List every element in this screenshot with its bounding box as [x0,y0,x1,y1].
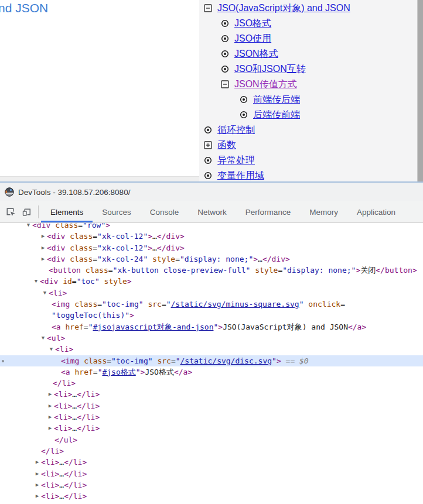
dom-tree-node[interactable]: ▶<li>…</li> [0,457,423,468]
code-segment: = [84,323,88,331]
code-segment: "toggleToc(this)" [52,311,129,320]
dom-tree: ▼<div class="row">▶<div class="xk-col-12… [0,223,423,502]
code-segment: <li> [41,481,59,489]
minus-square-icon[interactable] [204,4,212,12]
tab-sources[interactable]: Sources [93,201,141,222]
toc-link[interactable]: JSO使用 [234,33,271,45]
toc-link[interactable]: JSON格式 [234,48,278,60]
toc-item: 函数 [204,139,236,152]
dom-tree-node[interactable]: ▶<div class="xk-col-12">…</div> [0,231,423,242]
dom-tree-node[interactable]: ▶<li>…</li> [0,400,423,412]
dom-tree-node[interactable]: ▶<li>…</li> [0,423,423,434]
expand-arrow-icon[interactable]: ▶ [46,412,54,423]
toc-link[interactable]: 函数 [217,139,236,152]
toc-link[interactable]: JSO格式 [234,18,271,30]
code-segment [70,300,74,308]
expand-arrow-icon[interactable]: ▶ [46,389,54,400]
tab-elements[interactable]: Elements [41,201,93,222]
dom-tree-node[interactable]: <a href="#jso格式">JSO格式</a> [0,366,423,378]
code-segment: … [72,390,77,399]
tab-memory[interactable]: Memory [300,201,347,222]
dom-tree-node[interactable]: ▶<div class="xk-col-24" style="display: … [0,253,423,265]
dom-tree-node[interactable]: "toggleToc(this)"> [0,310,423,321]
code-segment: </div> [262,255,290,263]
expand-arrow-icon[interactable]: ▶ [39,231,47,242]
code-segment: <li> [41,492,59,500]
dom-tree-node[interactable]: ▶<li>…</li> [0,468,423,479]
tab-application[interactable]: Application [347,201,405,222]
toc-link[interactable]: JSO(JavaScript对象) and JSON [217,2,350,15]
toc-link[interactable]: 异常处理 [217,155,255,167]
code-segment: … [258,255,262,263]
dom-tree-node[interactable]: ▶<li>…</li> [0,491,423,502]
inspect-element-icon[interactable] [2,201,19,222]
dom-tree-node[interactable]: ▶<li>…</li> [0,389,423,400]
tab-performance[interactable]: Performance [236,201,300,222]
expand-arrow-icon[interactable]: ▶ [33,457,41,468]
collapse-arrow-icon[interactable]: ▼ [32,276,40,287]
code-segment: " [176,356,180,365]
dom-tree-node[interactable]: <img class="toc-img" src="/static/svg/mi… [0,299,423,310]
tab-console[interactable]: Console [141,201,189,222]
dom-tree-node[interactable]: ▼<li> [0,344,423,355]
disc-icon [204,156,212,164]
toc-link[interactable]: 变量作用域 [217,170,264,182]
dom-tree-node[interactable]: ▼<div class="row"> [0,223,423,231]
toggle-device-toolbar-icon[interactable] [19,201,35,222]
code-segment: href [65,323,83,331]
code-segment: … [152,232,157,241]
collapse-arrow-icon[interactable]: ▼ [41,287,49,299]
dom-tree-node[interactable]: <button class="xk-button close-preview-f… [0,265,423,276]
minus-square-icon[interactable] [221,80,229,88]
expand-arrow-icon[interactable]: ▶ [39,253,47,265]
code-segment: <div [47,255,65,263]
dom-tree-node[interactable]: ▼<ul> [0,332,423,344]
code-segment: == $0 [281,356,309,365]
toc-link[interactable]: JSO和JSON互转 [234,63,306,76]
code-segment: </a> [174,368,192,376]
dom-tree-node[interactable]: </li> [0,445,423,457]
expand-arrow-icon[interactable]: ▶ [33,468,41,479]
dom-tree-node[interactable]: <img class="toc-img" src="/static/svg/di… [0,355,423,366]
toc-link[interactable]: 前端传后端 [253,94,300,106]
expand-arrow-icon[interactable]: ▶ [33,479,41,491]
toc-link[interactable]: 循环控制 [217,124,255,136]
devtools-tabs: ElementsSourcesConsoleNetworkPerformance… [41,201,405,222]
dom-tree-node[interactable]: ▼<div id="toc" style> [0,276,423,287]
code-segment: </li> [77,424,100,433]
code-segment [65,232,70,241]
dom-tree-node[interactable]: </ul> [0,434,423,445]
dom-tree-node[interactable]: ▶<li>…</li> [0,479,423,491]
page-heading: nd JSON [0,1,48,15]
expand-arrow-icon[interactable]: ▶ [46,423,54,434]
toc-link[interactable]: 后端传前端 [253,109,300,121]
code-segment: … [72,424,77,433]
expand-arrow-icon[interactable]: ▶ [33,491,41,502]
code-segment: > [127,277,132,286]
dom-tree-node[interactable]: ▶<li>…</li> [0,412,423,423]
dom-tree-node[interactable]: ▼<li> [0,287,423,299]
dom-tree-node[interactable]: </li> [0,378,423,389]
vertical-scrollbar[interactable] [417,0,423,181]
code-segment [148,255,152,263]
code-segment: "xk-col-24" [97,255,148,263]
code-segment: > [148,244,152,252]
collapse-arrow-icon[interactable]: ▼ [25,223,32,231]
dom-tree-node[interactable]: <a href="#jsojavascript对象-and-json">JSO(… [0,321,423,332]
tab-network[interactable]: Network [188,201,236,222]
plus-square-icon[interactable] [204,141,212,149]
code-segment: "xk-col-12" [97,232,148,241]
dom-tree-node[interactable]: ▶<div class="xk-col-12">…</div> [0,242,423,253]
expand-arrow-icon[interactable]: ▶ [46,400,54,412]
code-segment: <li> [54,413,72,421]
expand-arrow-icon[interactable]: ▶ [39,242,47,253]
code-segment: = [175,255,180,263]
collapse-arrow-icon[interactable]: ▼ [47,344,55,355]
code-segment: class [74,300,97,308]
code-segment: > [105,223,110,229]
collapse-arrow-icon[interactable]: ▼ [39,332,47,344]
code-segment: <div [47,232,65,241]
toc-link[interactable]: JSON传值方式 [234,78,297,91]
devtools-titlebar: DevTools - 39.108.57.206:8080/ [0,183,423,201]
disc-icon [240,95,248,104]
